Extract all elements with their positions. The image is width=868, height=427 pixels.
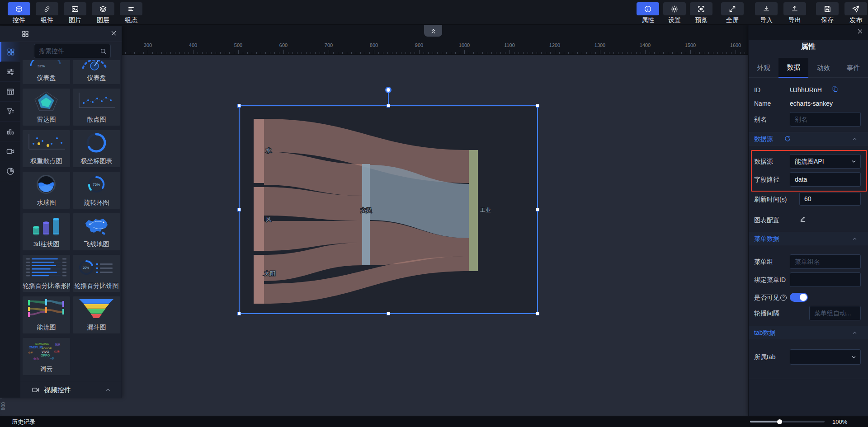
component-card-liquid[interactable]: 水球图 (23, 172, 70, 209)
toolbar-image-button[interactable]: 图片 (64, 2, 86, 24)
toolbar-import-button[interactable]: 导入 (755, 2, 778, 24)
ruler-tick (415, 52, 415, 54)
panel-tab-动效[interactable]: 动效 (809, 58, 839, 78)
rotation-handle[interactable] (385, 87, 392, 93)
chevron-down-icon (850, 158, 857, 165)
sankey-node-太阳[interactable] (254, 255, 264, 304)
chevron-up-icon[interactable] (104, 386, 112, 394)
ruler-tick (139, 52, 139, 54)
toolbar-gear-button[interactable]: 设置 (663, 2, 686, 24)
ruler-tick (265, 52, 266, 54)
edit-chart-config-icon[interactable] (799, 215, 807, 222)
radar-thumbnail (23, 89, 70, 114)
panel-divider (749, 379, 868, 379)
sankey-node-风[interactable] (254, 187, 264, 251)
datasource-section-header[interactable]: 数据源 (749, 132, 868, 145)
svg-text:一加: 一加 (50, 357, 54, 360)
refresh-icon[interactable] (784, 135, 791, 142)
toolbar-tune-button[interactable]: 组态 (120, 2, 142, 24)
sankey-node-水[interactable] (254, 119, 264, 183)
ruler-tick (478, 52, 478, 54)
ruler-tick (252, 52, 252, 54)
component-card-flymap[interactable]: 飞线地图 (73, 213, 120, 250)
component-card-polar[interactable]: 极坐标图表 (73, 130, 120, 167)
visible-toggle[interactable] (790, 293, 808, 302)
chevron-up-icon[interactable] (851, 235, 858, 242)
sankey-chart-component[interactable]: 水风太阳文娱工业 (241, 107, 537, 313)
component-card-radar[interactable]: 雷达图 (23, 89, 70, 126)
datasource-select[interactable]: 能流图API (790, 154, 861, 169)
svg-text:华为: 华为 (33, 357, 39, 361)
component-card-pct-pie[interactable]: 20%轮播百分比饼图 (73, 255, 120, 292)
ruler-tick (704, 52, 704, 54)
component-card-sankey[interactable]: 能流图 (23, 296, 70, 333)
sidebar-nav-video-icon[interactable] (0, 141, 20, 161)
panel-close-icon[interactable] (857, 28, 863, 35)
component-card-scatter[interactable]: 散点图 (73, 89, 120, 126)
ruler-tick (406, 52, 406, 54)
menu-group-input[interactable] (790, 254, 861, 269)
sidebar-nav-funnel-icon[interactable] (0, 102, 20, 122)
ruler-label: 1600 (730, 42, 741, 48)
ruler-label: 800 (370, 42, 378, 48)
sidebar-nav-table-icon[interactable] (0, 82, 20, 102)
sidebar-close-icon[interactable] (110, 30, 117, 37)
ruler-tick (708, 52, 709, 54)
chevron-up-icon[interactable] (851, 329, 858, 336)
tab-section-title: tab数据 (754, 329, 775, 337)
panel-tab-数据[interactable]: 数据 (778, 58, 808, 78)
component-card-ring[interactable]: 75%旋转环图 (73, 172, 120, 209)
ruler-tick (229, 52, 230, 54)
id-value: UJhhURnH (790, 86, 822, 94)
ruler-tick (613, 52, 614, 54)
component-card-label: 3d柱状图 (23, 239, 70, 249)
sidebar-nav-grid-icon[interactable] (0, 42, 20, 62)
component-card-bar3d[interactable]: 3d柱状图 (23, 213, 70, 250)
search-icon (99, 47, 107, 55)
toolbar-link-button[interactable]: 组件 (36, 2, 58, 24)
toolbar-info-button[interactable]: 属性 (637, 2, 659, 24)
toolbar-export-button[interactable]: 导出 (783, 2, 806, 24)
collapse-toolbar-button[interactable] (424, 25, 442, 37)
toolbar-layers-button[interactable]: 图层 (92, 2, 114, 24)
sankey-node-工业[interactable] (469, 150, 478, 271)
ruler-tick (297, 52, 297, 54)
ruler-tick (243, 52, 243, 54)
component-card-pct-bars[interactable]: 轮播百分比条形图 (23, 255, 70, 292)
carousel-interval-input[interactable] (809, 306, 861, 320)
component-card-funnel[interactable]: 漏斗图 (73, 296, 120, 333)
chevron-up-icon[interactable] (851, 136, 858, 142)
menu-data-section-header[interactable]: 菜单数据 (749, 232, 868, 245)
video-controls-section[interactable]: 视频控件 (20, 382, 122, 398)
alias-input[interactable] (790, 112, 861, 127)
sidebar-nav-pie-icon[interactable] (0, 161, 20, 181)
tab-data-section-header[interactable]: tab数据 (749, 326, 868, 339)
ruler-tick (672, 52, 673, 54)
history-button[interactable]: 历史记录 (12, 416, 35, 427)
zoom-slider-handle[interactable] (777, 419, 782, 424)
toolbar-fullscreen-button[interactable]: 全屏 (721, 2, 744, 24)
ruler-tick (320, 52, 320, 54)
sankey-node-文娱[interactable] (362, 164, 370, 265)
copy-id-icon[interactable] (831, 85, 839, 93)
toolbar-cube-button[interactable]: 控件 (8, 2, 30, 24)
toolbar-save-button[interactable]: 保存 (816, 2, 839, 24)
ruler-tick (641, 52, 641, 54)
bind-menu-id-input[interactable] (790, 272, 861, 287)
component-card-wordcloud[interactable]: SAMSUNGONEPLUSHONORVIVOOPPO红米华为小米魅族一加词云 (23, 338, 70, 375)
toolbar-publish-button[interactable]: 发布 (844, 2, 867, 24)
sidebar-nav-bar-chart-icon[interactable] (0, 122, 20, 141)
search-input[interactable] (34, 44, 110, 58)
sankey-diagram: 水风太阳文娱工业 (241, 107, 537, 313)
refresh-time-input[interactable] (799, 192, 861, 206)
panel-tab-外观[interactable]: 外观 (749, 58, 778, 78)
toolbar-preview-button[interactable]: 预览 (690, 2, 712, 24)
field-path-input[interactable] (790, 172, 861, 187)
sankey-thumbnail (23, 296, 70, 322)
zoom-slider-track[interactable] (750, 421, 825, 422)
ruler-tick (324, 52, 325, 54)
sidebar-nav-sliders-icon[interactable] (0, 62, 20, 82)
component-card-weight-scatter[interactable]: 权重散点图 (23, 130, 70, 167)
belong-tab-select[interactable] (790, 349, 861, 365)
panel-tab-事件[interactable]: 事件 (839, 58, 868, 78)
